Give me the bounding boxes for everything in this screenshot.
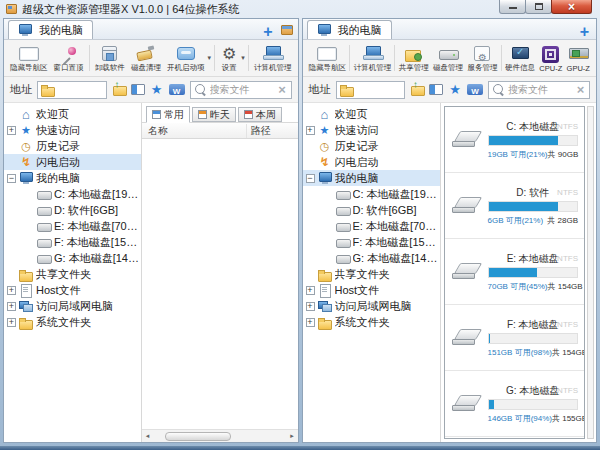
share-icon xyxy=(405,47,422,61)
tree-item[interactable]: 历史记录 xyxy=(303,138,440,154)
tree-item[interactable]: C: 本地磁盘[19GB] xyxy=(4,186,141,202)
tree-item[interactable]: + 系统文件夹 xyxy=(4,314,141,330)
view-tab[interactable]: 常用 xyxy=(146,106,190,123)
search-box[interactable]: 搜索文件 xyxy=(488,81,590,99)
scrollbar-thumb[interactable] xyxy=(165,432,230,441)
toolbar-button[interactable]: 磁盘管理 xyxy=(431,42,465,74)
drive-card[interactable]: D: 软件 NTFS 6GB 可用(21%) 共 28GB xyxy=(445,173,585,239)
search-icon xyxy=(492,83,505,96)
tree-expander[interactable]: + xyxy=(7,318,16,327)
new-tab-button[interactable] xyxy=(262,23,275,36)
tree-expander[interactable]: + xyxy=(7,286,16,295)
split-view-button[interactable] xyxy=(131,84,145,95)
tree-expander-spacer xyxy=(306,110,315,119)
view-tab[interactable]: 昨天 xyxy=(192,107,236,122)
tree-item[interactable]: D: 软件[6GB] xyxy=(303,202,440,218)
clear-search-icon[interactable] xyxy=(277,84,288,95)
tree-item[interactable]: D: 软件[6GB] xyxy=(4,202,141,218)
tree-item[interactable]: G: 本地磁盘[146GB] xyxy=(303,250,440,266)
tree-item[interactable]: F: 本地磁盘[151GB] xyxy=(4,234,141,250)
new-tab-button[interactable] xyxy=(578,23,591,36)
tree-item[interactable]: + 快速访问 xyxy=(303,122,440,138)
tree-item[interactable]: 共享文件夹 xyxy=(303,266,440,282)
drive-card[interactable]: E: 本地磁盘 NTFS 70GB 可用(45%) 共 154GB xyxy=(445,239,585,305)
toolbar-button[interactable]: 服务管理 xyxy=(465,42,499,74)
toolbar-button[interactable]: CPU-Z xyxy=(537,43,564,74)
tree-item[interactable]: G: 本地磁盘[146GB] xyxy=(4,250,141,266)
column-path[interactable]: 路径 xyxy=(246,124,298,138)
maximize-button[interactable] xyxy=(525,0,552,14)
up-folder-button[interactable] xyxy=(112,83,126,96)
toolbar-button[interactable]: 硬件信息 xyxy=(503,42,537,74)
minimize-button[interactable] xyxy=(499,0,526,14)
view-tab[interactable]: 本周 xyxy=(238,107,282,122)
tree-item[interactable]: + 快速访问 xyxy=(4,122,141,138)
scroll-left-icon[interactable]: ◂ xyxy=(142,432,153,440)
toolbar-button[interactable]: 磁盘清理 xyxy=(129,42,163,74)
toolbar-button[interactable]: 计算机管理 xyxy=(352,42,394,74)
tree-item[interactable]: F: 本地磁盘[151GB] xyxy=(303,234,440,250)
w-tool-button[interactable] xyxy=(169,84,185,95)
tree-item[interactable]: 共享文件夹 xyxy=(4,266,141,282)
tree-expander[interactable]: + xyxy=(306,126,315,135)
tree-item[interactable]: + 访问局域网电脑 xyxy=(303,298,440,314)
drive-card[interactable]: C: 本地磁盘 NTFS 19GB 可用(21%) 共 90GB xyxy=(445,107,585,173)
file-list[interactable] xyxy=(142,139,298,429)
dropdown-arrow-icon[interactable]: ▾ xyxy=(241,54,245,62)
tree-expander[interactable]: − xyxy=(7,174,16,183)
search-box[interactable]: 搜索文件 xyxy=(190,81,292,99)
toolbar-button[interactable]: 窗口置顶 xyxy=(52,42,86,74)
toolbar-button[interactable]: 计算机管理 xyxy=(252,42,294,74)
tree-expander[interactable]: + xyxy=(7,302,16,311)
restore-window-icon[interactable] xyxy=(281,25,293,35)
close-button[interactable] xyxy=(551,0,592,14)
drive-total-space: 共 90GB xyxy=(548,149,579,160)
toolbar-button[interactable]: 隐藏导航区 xyxy=(307,42,349,74)
tree-item[interactable]: − 我的电脑 xyxy=(303,170,440,186)
favorites-button[interactable] xyxy=(448,83,462,96)
toolbar-button[interactable]: 设置 xyxy=(218,42,240,74)
up-folder-button[interactable] xyxy=(410,83,424,96)
clear-search-icon[interactable] xyxy=(575,84,586,95)
address-input[interactable] xyxy=(336,81,406,99)
tree-item[interactable]: E: 本地磁盘[70GB] xyxy=(303,218,440,234)
tab-my-computer[interactable]: 我的电脑 xyxy=(307,20,392,39)
drive-card[interactable]: G: 本地磁盘 NTFS 146GB 可用(94%) 共 155GB xyxy=(445,371,585,437)
tree-expander[interactable]: + xyxy=(7,126,16,135)
tree-item[interactable]: 闪电启动 xyxy=(4,154,141,170)
vertical-scrollbar[interactable] xyxy=(587,106,594,439)
tree-item[interactable]: E: 本地磁盘[70GB] xyxy=(4,218,141,234)
drive-card[interactable]: F: 本地磁盘 NTFS 151GB 可用(98%) 共 154GB xyxy=(445,305,585,371)
toolbar-button[interactable]: GPU-Z xyxy=(565,43,592,74)
tree-expander[interactable]: − xyxy=(306,174,315,183)
lightning-icon xyxy=(318,156,332,169)
tab-my-computer[interactable]: 我的电脑 xyxy=(8,20,93,39)
tree-item[interactable]: C: 本地磁盘[19GB] xyxy=(303,186,440,202)
address-input[interactable] xyxy=(37,81,107,99)
split-view-button[interactable] xyxy=(429,84,443,95)
tree-item[interactable]: + 系统文件夹 xyxy=(303,314,440,330)
scroll-right-icon[interactable]: ▸ xyxy=(287,432,298,440)
tree-item-label: D: 软件[6GB] xyxy=(54,203,118,218)
tree-item[interactable]: + Host文件 xyxy=(303,282,440,298)
hard-drive-icon xyxy=(451,129,481,151)
toolbar-button[interactable]: 卸载软件 xyxy=(93,42,127,74)
tree-item[interactable]: + Host文件 xyxy=(4,282,141,298)
tree-expander[interactable]: + xyxy=(306,318,315,327)
tree-expander[interactable]: + xyxy=(306,302,315,311)
toolbar-button[interactable]: 开机启动项 xyxy=(165,42,207,74)
tree-item[interactable]: − 我的电脑 xyxy=(4,170,141,186)
tree-item[interactable]: + 访问局域网电脑 xyxy=(4,298,141,314)
horizontal-scrollbar[interactable]: ◂ ▸ xyxy=(142,429,298,442)
tree-item[interactable]: 欢迎页 xyxy=(4,106,141,122)
tree-item[interactable]: 欢迎页 xyxy=(303,106,440,122)
dropdown-arrow-icon[interactable]: ▾ xyxy=(207,54,211,62)
toolbar-button[interactable]: 隐藏导航区 xyxy=(8,42,50,74)
tree-item[interactable]: 历史记录 xyxy=(4,138,141,154)
toolbar-button[interactable]: 共享管理 xyxy=(397,42,431,74)
favorites-button[interactable] xyxy=(150,83,164,96)
tree-item[interactable]: 闪电启动 xyxy=(303,154,440,170)
w-tool-button[interactable] xyxy=(467,84,483,95)
column-name[interactable]: 名称 xyxy=(142,124,246,138)
tree-expander[interactable]: + xyxy=(306,286,315,295)
